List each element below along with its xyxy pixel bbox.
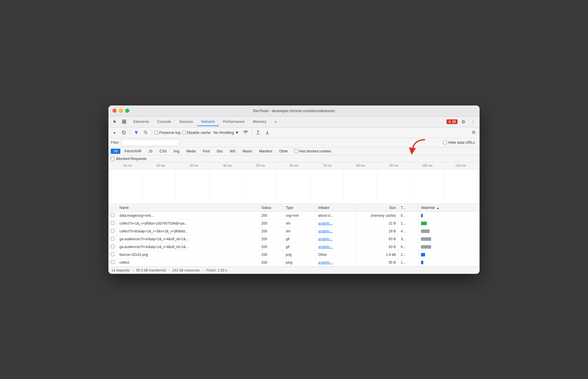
tick-90ms: 90 ms — [377, 164, 411, 167]
type-btn-other[interactable]: Other — [276, 149, 291, 154]
table-row[interactable]: collect?v=1&_v=j90&a=1837457034&t=pa... … — [108, 219, 480, 227]
table-row[interactable]: ga-audiences?t=sr&aip=1&_r=4&slf_rd=1&..… — [108, 235, 480, 243]
row-checkbox[interactable] — [111, 252, 115, 256]
network-table: Name Status Type Initiator Size — [108, 204, 480, 267]
row-name[interactable]: data:image/svg+xml;... — [117, 212, 259, 219]
type-btn-js[interactable]: JS — [146, 149, 155, 154]
row-time: 1... — [398, 219, 419, 227]
window-title: DevTools - developer.chrome.com/docs/dev… — [253, 109, 335, 113]
disable-cache-group[interactable]: Disable cache — [182, 130, 211, 135]
type-btn-all[interactable]: All — [111, 149, 120, 154]
type-btn-css[interactable]: CSS — [157, 149, 170, 154]
settings-icon[interactable]: ⚙ — [459, 118, 467, 126]
type-btn-media[interactable]: Media — [184, 149, 199, 154]
tab-memory[interactable]: Memory — [249, 118, 271, 126]
table-row[interactable]: collect 200 ping analytic... 55 B 1... — [108, 258, 480, 266]
row-name[interactable]: ga-audiences?t=sr&aip=1&_r=4&slf_rd=1&..… — [117, 243, 259, 251]
wifi-icon[interactable] — [242, 129, 249, 136]
table-row[interactable]: collect?t=dc&aip=1&_r=3&v=1&_v=j90&tid..… — [108, 227, 480, 235]
row-checkbox[interactable] — [111, 221, 115, 225]
initiator-link[interactable]: analytic... — [318, 260, 333, 265]
col-waterfall[interactable]: Waterfall ▲ — [419, 204, 480, 212]
type-btn-wasm[interactable]: Wasm — [239, 149, 255, 154]
row-name[interactable]: ga-audiences?t=sr&aip=1&_r=4&slf_rd=1&..… — [117, 235, 259, 243]
table-row[interactable]: data:image/svg+xml;... 200 svg+xml about… — [108, 212, 480, 219]
tab-console[interactable]: Console — [153, 118, 175, 126]
row-checkbox[interactable] — [111, 237, 115, 240]
row-initiator[interactable]: analytic... — [316, 227, 356, 235]
search-icon[interactable] — [142, 129, 149, 136]
tab-sources[interactable]: Sources — [175, 118, 197, 126]
col-size[interactable]: Size — [356, 204, 398, 212]
pointer-icon[interactable] — [111, 118, 119, 126]
type-btn-manifest[interactable]: Manifest — [256, 149, 275, 154]
throttle-select[interactable]: No throttling ▼ — [213, 130, 240, 135]
row-name[interactable]: favicon-32x32.png — [117, 251, 259, 258]
row-initiator[interactable]: analytic... — [316, 258, 356, 266]
row-checkbox[interactable] — [111, 260, 115, 264]
col-type[interactable]: Type — [283, 204, 316, 212]
blocked-requests-checkbox[interactable] — [111, 157, 115, 161]
initiator-link[interactable]: analytic... — [318, 229, 333, 233]
hide-data-urls-checkbox[interactable] — [443, 141, 447, 144]
more-vert-icon[interactable]: ⋮ — [469, 118, 477, 126]
maximize-button[interactable] — [125, 109, 129, 113]
tab-elements[interactable]: Elements — [129, 118, 153, 126]
initiator-link[interactable]: analytic... — [318, 221, 333, 225]
clear-button[interactable] — [120, 129, 128, 136]
row-time: 3... — [398, 235, 419, 243]
has-blocked-cookies-group[interactable]: Has blocked cookies — [294, 149, 331, 153]
col-initiator[interactable]: Initiator — [316, 204, 356, 212]
initiator-text: about:cl... — [318, 214, 333, 218]
inspect-icon[interactable] — [120, 118, 128, 126]
network-toolbar: ● Preserve log Disable cache — [108, 127, 480, 138]
toolbar-separator-2 — [152, 130, 152, 135]
type-btn-xhr[interactable]: Fetch/XHR — [121, 149, 144, 154]
initiator-link[interactable]: analytic... — [318, 237, 333, 241]
initiator-link[interactable]: analytic... — [318, 245, 333, 249]
table-body: data:image/svg+xml;... 200 svg+xml about… — [108, 212, 480, 266]
svg-rect-2 — [122, 122, 124, 123]
type-btn-img[interactable]: Img — [171, 149, 182, 154]
row-name[interactable]: collect — [117, 258, 259, 266]
col-time[interactable]: T... — [398, 204, 419, 212]
close-button[interactable] — [112, 109, 117, 113]
minimize-button[interactable] — [119, 109, 123, 113]
row-checkbox-cell — [108, 227, 117, 235]
row-initiator[interactable]: analytic... — [316, 219, 356, 227]
toolbar-settings-icon[interactable]: ⚙ — [470, 129, 477, 136]
filter-input[interactable] — [121, 139, 179, 146]
tick-110ms: 110 ms — [444, 164, 477, 167]
row-checkbox[interactable] — [111, 245, 115, 248]
status-bar: 14 requests | 95.3 kB transferred | 242 … — [108, 267, 480, 274]
tab-performance[interactable]: Performance — [219, 118, 248, 126]
waterfall-sort-icon: ▲ — [436, 206, 439, 209]
record-button[interactable]: ● — [111, 129, 118, 136]
filter-icon[interactable] — [133, 129, 140, 136]
type-btn-doc[interactable]: Doc — [214, 149, 226, 154]
upload-icon[interactable] — [254, 129, 262, 136]
row-initiator[interactable]: analytic... — [316, 243, 356, 251]
row-name[interactable]: collect?v=1&_v=j90&a=1837457034&t=pa... — [117, 219, 259, 227]
has-blocked-cookies-checkbox[interactable] — [294, 149, 298, 153]
preserve-log-group[interactable]: Preserve log — [154, 130, 180, 135]
disable-cache-checkbox[interactable] — [182, 131, 186, 134]
row-checkbox[interactable] — [111, 229, 115, 233]
row-name[interactable]: collect?t=dc&aip=1&_r=3&v=1&_v=j90&tid..… — [117, 227, 259, 235]
tab-more[interactable]: » — [271, 118, 281, 126]
download-icon[interactable] — [264, 129, 271, 136]
tick-50ms: 50 ms — [244, 164, 277, 167]
table-row[interactable]: ga-audiences?t=sr&aip=1&_r=4&slf_rd=1&..… — [108, 243, 480, 251]
row-checkbox[interactable] — [111, 213, 115, 217]
row-waterfall — [419, 251, 480, 258]
type-btn-font[interactable]: Font — [200, 149, 213, 154]
type-btn-ws[interactable]: WS — [227, 149, 238, 154]
row-initiator[interactable]: analytic... — [316, 235, 356, 243]
col-status[interactable]: Status — [259, 204, 283, 212]
tick-100ms: 100 ms — [411, 164, 444, 167]
preserve-log-checkbox[interactable] — [154, 131, 158, 134]
tab-network[interactable]: Network — [197, 118, 219, 126]
table-row[interactable]: favicon-32x32.png 200 png Other 1.9 kB 2… — [108, 251, 480, 258]
hide-data-urls-group[interactable]: Hide data URLs — [443, 140, 475, 145]
col-name[interactable]: Name — [117, 204, 259, 212]
